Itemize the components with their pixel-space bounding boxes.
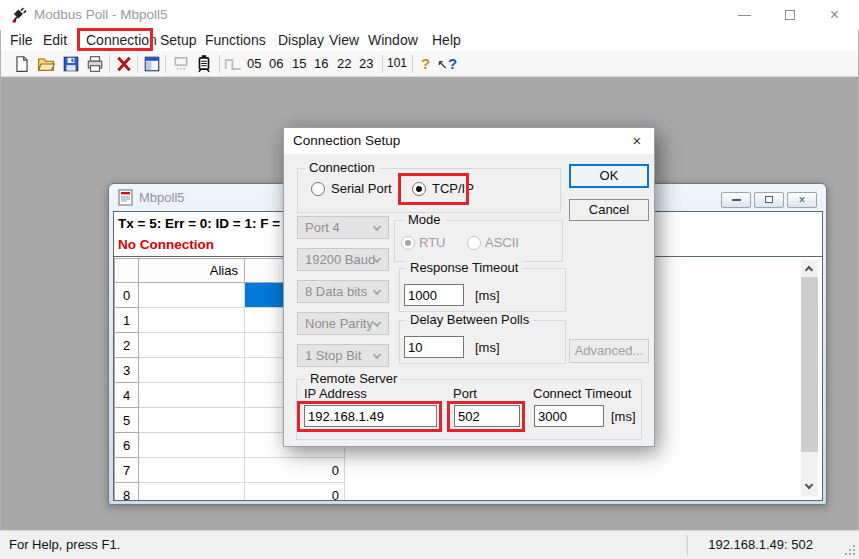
alias-cell[interactable]	[139, 308, 245, 333]
selected-data-bits: 8 Data bits	[305, 284, 367, 299]
close-button[interactable]: ×	[812, 0, 857, 30]
menu-edit[interactable]: Edit	[43, 30, 67, 51]
toolbar-separator	[412, 55, 413, 73]
minimize-icon: —	[738, 7, 751, 22]
menu-connection[interactable]: Connection	[86, 30, 157, 51]
row-header: 6	[115, 433, 139, 458]
scroll-up-button[interactable]	[801, 260, 818, 277]
menu-help[interactable]: Help	[432, 30, 461, 51]
selected-port: Port 4	[305, 220, 340, 235]
serial-port-label[interactable]: Serial Port	[331, 181, 392, 196]
row-header: 1	[115, 308, 139, 333]
parity-select[interactable]: None Parity	[297, 312, 389, 335]
context-help-question: ?	[448, 55, 457, 72]
alias-cell[interactable]	[139, 333, 245, 358]
save-icon[interactable]	[62, 55, 80, 73]
child-minimize-button[interactable]	[721, 192, 751, 208]
function-15-button[interactable]: 15	[292, 51, 306, 76]
function-22-button[interactable]: 22	[337, 51, 351, 76]
toolbar-separator	[165, 55, 166, 73]
alias-cell[interactable]	[139, 408, 245, 433]
connection-group-label: Connection	[305, 161, 379, 174]
remote-server-label: Remote Server	[306, 372, 401, 385]
display-setup-icon[interactable]	[143, 55, 161, 73]
ascii-radio[interactable]	[467, 236, 481, 250]
response-timeout-input[interactable]	[404, 284, 464, 306]
alias-cell[interactable]	[139, 458, 245, 483]
alias-cell[interactable]	[139, 358, 245, 383]
function-101-button[interactable]: 101	[387, 51, 407, 76]
selected-stop-bits: 1 Stop Bit	[305, 348, 361, 363]
stop-bits-select[interactable]: 1 Stop Bit	[297, 344, 389, 367]
baud-rate-select[interactable]: 19200 Baud	[297, 248, 389, 271]
dialog-close-button[interactable]: ×	[620, 128, 654, 154]
communication-log-icon[interactable]	[195, 55, 213, 73]
resize-grip[interactable]	[853, 553, 855, 555]
toolbar-separator	[382, 55, 383, 73]
dialog-title: Connection Setup	[293, 133, 400, 148]
function-23-button[interactable]: 23	[359, 51, 373, 76]
value-cell[interactable]: 0	[245, 458, 345, 483]
data-bits-select[interactable]: 8 Data bits	[297, 280, 389, 303]
ok-button[interactable]: OK	[569, 164, 649, 188]
value-cell[interactable]: 0	[245, 483, 345, 501]
alias-cell[interactable]	[139, 433, 245, 458]
menu-functions[interactable]: Functions	[205, 30, 266, 51]
toolbar-separator	[109, 55, 110, 73]
context-help-icon[interactable]: ↖?	[437, 51, 457, 76]
menu-window[interactable]: Window	[368, 30, 418, 51]
chevron-up-icon	[805, 266, 813, 274]
serial-port-select[interactable]: Port 4	[297, 216, 389, 239]
tcpip-radio[interactable]	[412, 182, 426, 196]
advanced-button[interactable]: Advanced...	[569, 339, 649, 363]
menu-setup[interactable]: Setup	[160, 30, 197, 51]
child-close-button[interactable]: ×	[787, 192, 817, 208]
cancel-button[interactable]: Cancel	[569, 199, 649, 221]
menu-file[interactable]: File	[10, 30, 33, 51]
port-input[interactable]	[454, 405, 520, 427]
menu-view[interactable]: View	[329, 30, 359, 51]
alias-cell[interactable]	[139, 483, 245, 501]
statusbar-divider	[687, 535, 688, 556]
child-restore-button[interactable]	[754, 192, 784, 208]
minimize-button[interactable]: —	[722, 0, 767, 30]
rtu-radio[interactable]	[401, 236, 415, 250]
connect-timeout-input[interactable]	[534, 405, 604, 427]
delete-icon[interactable]	[115, 55, 133, 73]
function-06-button[interactable]: 06	[269, 51, 283, 76]
chevron-down-icon	[373, 223, 381, 231]
pulse-icon[interactable]	[224, 55, 242, 73]
window-title: Modbus Poll - Mbpoll5	[34, 0, 168, 30]
scroll-down-button[interactable]	[801, 479, 818, 496]
serial-port-radio[interactable]	[311, 182, 325, 196]
scrollbar-thumb[interactable]	[801, 277, 818, 452]
connection-setup-dialog: Connection Setup × Connection Serial Por…	[283, 127, 655, 447]
function-05-button[interactable]: 05	[247, 51, 261, 76]
child-window-title: Mbpoll5	[139, 190, 185, 205]
row-header: 0	[115, 283, 139, 308]
delay-input[interactable]	[404, 336, 464, 358]
selected-baud: 19200 Baud	[305, 252, 375, 267]
menu-display[interactable]: Display	[278, 30, 324, 51]
corner-header-cell	[115, 259, 139, 283]
alias-cell[interactable]	[139, 383, 245, 408]
titlebar: Modbus Poll - Mbpoll5 — ×	[0, 0, 859, 30]
table-row: 8 0	[115, 483, 345, 501]
function-16-button[interactable]: 16	[314, 51, 328, 76]
chevron-down-icon	[373, 351, 381, 359]
new-file-icon[interactable]	[13, 55, 31, 73]
tcpip-label[interactable]: TCP/IP	[432, 181, 474, 196]
help-icon[interactable]: ?	[421, 51, 430, 76]
alias-column-header[interactable]: Alias	[139, 259, 245, 283]
open-file-icon[interactable]	[37, 55, 55, 73]
maximize-icon	[785, 10, 795, 20]
toolbar: 05 06 15 16 22 23 101 ? ↖?	[1, 51, 858, 77]
alias-cell[interactable]	[139, 283, 245, 308]
print-icon[interactable]	[86, 55, 104, 73]
app-icon	[10, 6, 28, 24]
poll-icon[interactable]	[172, 55, 190, 73]
maximize-button[interactable]	[767, 0, 812, 30]
ip-address-input[interactable]	[304, 405, 437, 427]
row-header: 8	[115, 483, 139, 501]
vertical-scrollbar[interactable]	[801, 260, 818, 496]
